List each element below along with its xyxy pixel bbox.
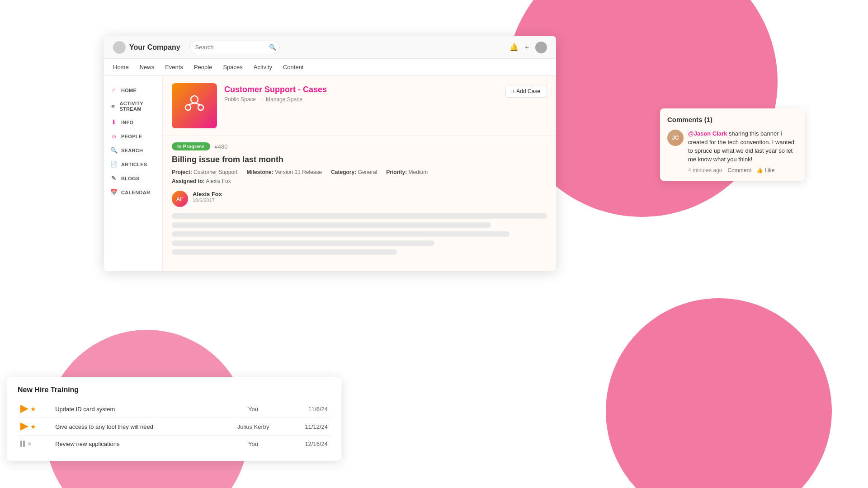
task-name[interactable]: Give access to any tool they will need	[55, 423, 153, 430]
pause-icon	[20, 441, 25, 447]
star-icon[interactable]: ★	[27, 440, 33, 447]
browser-window: Your Company 🔍 🔔 + Home News Events Peop…	[104, 36, 556, 271]
author-date: 10/6/2017	[193, 197, 222, 203]
author-avatar: AF	[172, 191, 188, 207]
nav-news[interactable]: News	[140, 63, 155, 71]
skeleton-line-3	[172, 231, 509, 237]
logo-avatar	[113, 41, 126, 54]
add-icon[interactable]: +	[525, 43, 529, 52]
comments-title: Comments (1)	[667, 116, 797, 123]
commenter-avatar: JC	[667, 130, 684, 146]
nav-content[interactable]: Content	[283, 63, 304, 71]
company-name: Your Company	[129, 43, 180, 52]
task-status-cell: ★	[18, 400, 52, 418]
main-content: ⌂ HOME ≡ ACTIVITY STREAM ℹ INFO ☺ PEOPLE…	[104, 76, 556, 271]
case-detail-area: In Progress #480 Billing issue from last…	[163, 136, 556, 271]
info-icon: ℹ	[110, 119, 118, 126]
articles-icon: 📄	[110, 161, 118, 168]
nav-home[interactable]: Home	[113, 63, 129, 71]
sidebar-item-people[interactable]: ☺ PEOPLE	[104, 129, 162, 143]
skeleton-line-2	[172, 222, 491, 228]
sidebar-item-home[interactable]: ⌂ HOME	[104, 83, 162, 97]
notification-icon[interactable]: 🔔	[509, 43, 519, 52]
table-row: ★ Give access to any tool they will need…	[18, 418, 330, 436]
comment-button[interactable]: Comment	[727, 167, 751, 174]
sidebar-label-articles: ARTICLES	[121, 162, 147, 167]
task-icons: ★	[20, 405, 50, 413]
comment-timestamp: 4 minutes ago	[688, 167, 722, 174]
thumbs-up-icon: 👍	[756, 167, 763, 174]
task-name[interactable]: Review new applications	[55, 441, 119, 447]
sidebar-item-search[interactable]: 🔍 SEARCH	[104, 143, 162, 157]
nav-activity[interactable]: Activity	[254, 63, 272, 71]
sidebar-label-activity: ACTIVITY STREAM	[119, 101, 156, 112]
case-project: Project: Customer Support	[172, 169, 237, 175]
task-assignee-cell: You	[222, 400, 284, 418]
case-details-row: Project: Customer Support Milestone: Ver…	[172, 169, 547, 175]
play-icon	[20, 405, 28, 413]
people-icon: ☺	[110, 133, 118, 140]
star-icon[interactable]: ★	[30, 423, 36, 430]
author-name: Alexis Fox	[193, 191, 222, 197]
training-card: New Hire Training ★ Update ID card syste…	[7, 377, 341, 461]
skeleton-line-1	[172, 213, 547, 219]
space-meta: Public Space · Manage Space	[224, 96, 498, 103]
home-icon: ⌂	[110, 87, 118, 94]
user-avatar[interactable]	[535, 42, 547, 53]
case-title: Billing issue from last month	[172, 155, 547, 164]
task-name-cell: Update ID card system	[52, 400, 222, 418]
company-logo[interactable]: Your Company	[113, 41, 180, 54]
comment-mention[interactable]: @Jason Clark	[688, 130, 727, 137]
space-hero-section: Customer Support - Cases Public Space · …	[163, 76, 556, 136]
space-info: Customer Support - Cases Public Space · …	[224, 83, 498, 108]
sidebar-item-blogs[interactable]: ✎ BLOGS	[104, 171, 162, 185]
search-wrapper: 🔍	[189, 41, 280, 54]
bg-decoration-bottom-right	[606, 298, 832, 488]
sidebar-item-info[interactable]: ℹ INFO	[104, 115, 162, 129]
play-icon	[20, 422, 28, 431]
task-name-cell: Review new applications	[52, 436, 222, 452]
task-date-cell: 12/16/24	[284, 436, 330, 452]
svg-line-4	[194, 103, 201, 105]
task-assignee-cell: Julius Kerby	[222, 418, 284, 436]
sidebar-label-people: PEOPLE	[121, 134, 142, 139]
star-icon[interactable]: ★	[30, 405, 36, 413]
table-row: ★ Review new applications You 12/16/24	[18, 436, 330, 452]
task-date: 11/6/24	[308, 406, 328, 413]
comment-author-row: AF Alexis Fox 10/6/2017	[172, 191, 547, 207]
training-card-title: New Hire Training	[18, 386, 330, 394]
sidebar-item-activity[interactable]: ≡ ACTIVITY STREAM	[104, 97, 162, 115]
case-status-row: In Progress #480	[172, 142, 547, 150]
svg-point-1	[185, 105, 191, 110]
author-info: Alexis Fox 10/6/2017	[193, 191, 222, 203]
training-table: ★ Update ID card system You 11/6/24	[18, 400, 330, 452]
manage-space-link[interactable]: Manage Space	[266, 96, 302, 103]
case-category: Category: General	[331, 169, 377, 175]
space-icon-box	[172, 83, 217, 128]
search-sidebar-icon: 🔍	[110, 147, 118, 154]
case-milestone: Milestone: Version 11 Release	[246, 169, 322, 175]
table-row: ★ Update ID card system You 11/6/24	[18, 400, 330, 418]
task-assignee: You	[248, 441, 258, 447]
case-priority: Priority: Medium	[386, 169, 428, 175]
add-case-button[interactable]: + Add Case	[505, 85, 547, 98]
comment-actions: 4 minutes ago Comment 👍 Like	[688, 167, 797, 174]
task-assignee: You	[248, 406, 258, 413]
calendar-icon: 📅	[110, 189, 118, 196]
nav-spaces[interactable]: Spaces	[223, 63, 242, 71]
status-badge: In Progress	[172, 142, 210, 150]
like-button[interactable]: 👍 Like	[756, 167, 774, 174]
assigned-row: Assigned to: Alexis Fox	[172, 178, 547, 184]
task-icons: ★	[20, 422, 50, 431]
skeleton-line-5	[172, 249, 397, 255]
task-name[interactable]: Update ID card system	[55, 406, 115, 413]
task-status-cell: ★	[18, 436, 52, 452]
search-input[interactable]	[189, 41, 280, 54]
sidebar-item-calendar[interactable]: 📅 CALENDAR	[104, 185, 162, 199]
top-nav-bar: Your Company 🔍 🔔 +	[104, 36, 556, 59]
nav-people[interactable]: People	[194, 63, 212, 71]
space-visibility: Public Space	[224, 96, 256, 103]
sidebar-item-articles[interactable]: 📄 ARTICLES	[104, 157, 162, 171]
task-assignee: Julius Kerby	[237, 423, 269, 430]
nav-events[interactable]: Events	[165, 63, 183, 71]
